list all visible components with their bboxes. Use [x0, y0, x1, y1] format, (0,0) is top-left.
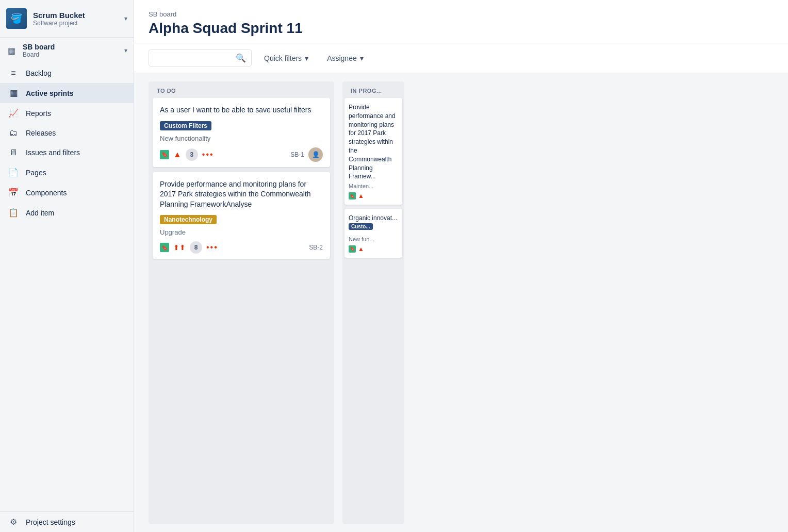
priority-highest-icon: ▲	[173, 150, 182, 159]
page-header: SB board Alpha Squad Sprint 11	[134, 0, 788, 43]
backlog-label: Backlog	[26, 69, 52, 77]
project-info: Scrum Bucket Software project	[33, 11, 118, 27]
add-item-icon: 📋	[8, 208, 19, 218]
sidebar-item-backlog[interactable]: ≡ Backlog	[0, 63, 134, 83]
issue-key-sb2: SB-2	[309, 244, 323, 251]
active-sprints-icon: ▦	[8, 88, 19, 98]
pages-icon: 📄	[8, 168, 19, 177]
search-box[interactable]: 🔍	[149, 49, 252, 66]
sidebar-board-item[interactable]: ▦ SB board Board ▾	[0, 37, 134, 63]
project-header[interactable]: 🪣 Scrum Bucket Software project ▾	[0, 0, 134, 37]
bookmark-icon-p1: 🔖	[349, 192, 356, 200]
partial-card-1[interactable]: Provide performance and monitoring plans…	[344, 98, 402, 205]
partial-card-2-tag: Custo...	[349, 223, 373, 230]
partial-card-2-icons: 🔖 ▲	[349, 245, 398, 253]
card-sb2-category: Upgrade	[160, 228, 323, 236]
story-points-sb2: 8	[190, 241, 202, 254]
issue-key-sb1: SB-1	[290, 151, 304, 158]
quick-filters-chevron-icon: ▾	[305, 54, 308, 62]
board-area: TO DO As a user I want to be able to sav…	[134, 73, 788, 532]
project-type: Software project	[33, 20, 118, 27]
dots-sb2: •••	[206, 243, 218, 252]
bookmark-icon-p2: 🔖	[349, 245, 356, 253]
card-sb2-footer-right: SB-2	[309, 244, 323, 251]
page-title: Alpha Squad Sprint 11	[149, 20, 774, 37]
board-sub: Board	[23, 51, 118, 58]
card-sb1[interactable]: As a user I want to be able to save usef…	[153, 98, 330, 167]
card-sb2-tag: Nanotechnology	[160, 215, 217, 224]
partial-card-1-title: Provide performance and monitoring plans…	[349, 103, 398, 181]
dots-sb1: •••	[202, 150, 214, 159]
column-in-progress-header: IN PROG...	[342, 81, 404, 98]
sidebar-item-components[interactable]: 📅 Components	[0, 182, 134, 203]
project-name: Scrum Bucket	[33, 11, 118, 20]
sidebar-item-issues-filters[interactable]: 🖥 Issues and filters	[0, 143, 134, 162]
column-todo-cards: As a user I want to be able to save usef…	[149, 98, 334, 263]
board-name: SB board	[23, 43, 118, 51]
settings-icon: ⚙	[8, 517, 19, 527]
issues-icon: 🖥	[8, 148, 19, 157]
sidebar-item-releases[interactable]: 🗂 Releases	[0, 123, 134, 143]
issues-label: Issues and filters	[26, 148, 80, 157]
card-sb1-footer-right: SB-1 👤	[290, 147, 323, 162]
card-sb2[interactable]: Provide performance and monitoring plans…	[153, 172, 330, 259]
story-points-sb1: 3	[186, 148, 198, 161]
board-icon: ▦	[6, 46, 17, 56]
bookmark-icon: 🔖	[160, 150, 169, 159]
partial-card-1-icons: 🔖 ▲	[349, 192, 398, 200]
search-icon: 🔍	[236, 53, 246, 63]
components-label: Components	[26, 189, 67, 197]
releases-icon: 🗂	[8, 128, 19, 138]
reports-icon: 📈	[8, 108, 19, 118]
avatar-sb1: 👤	[308, 147, 323, 162]
partial-card-1-label: Mainten...	[349, 183, 398, 189]
sidebar-item-reports[interactable]: 📈 Reports	[0, 103, 134, 123]
partial-card-2[interactable]: Organic innovat... Custo... New fun... 🔖…	[344, 209, 402, 258]
active-sprints-label: Active sprints	[26, 89, 74, 97]
assignee-button[interactable]: Assignee ▾	[321, 51, 370, 65]
board-label: SB board Board	[23, 43, 118, 58]
add-item-label: Add item	[26, 209, 54, 217]
assignee-label: Assignee	[327, 54, 357, 62]
sidebar-item-active-sprints[interactable]: ▦ Active sprints	[0, 83, 134, 103]
priority-icon-p2: ▲	[358, 245, 364, 253]
backlog-icon: ≡	[8, 69, 19, 78]
column-in-progress: IN PROG... Provide performance and monit…	[342, 81, 404, 524]
quick-filters-label: Quick filters	[264, 54, 302, 62]
components-icon: 📅	[8, 188, 19, 197]
partial-card-2-title: Organic innovat...	[349, 214, 398, 223]
bookmark-icon-sb2: 🔖	[160, 243, 169, 252]
toolbar: 🔍 Quick filters ▾ Assignee ▾	[134, 43, 788, 73]
quick-filters-button[interactable]: Quick filters ▾	[258, 51, 315, 65]
sidebar-footer: ⚙ Project settings	[0, 511, 134, 532]
reports-label: Reports	[26, 109, 51, 118]
project-dropdown-icon[interactable]: ▾	[124, 15, 127, 22]
card-sb1-title: As a user I want to be able to save usef…	[160, 105, 323, 115]
project-settings-label: Project settings	[26, 518, 75, 526]
card-sb1-footer: 🔖 ▲ 3 ••• SB-1 👤	[160, 147, 323, 162]
assignee-chevron-icon: ▾	[360, 54, 364, 62]
priority-high-icon-sb2: ⬆⬆	[173, 243, 186, 252]
board-dropdown-icon[interactable]: ▾	[124, 47, 127, 54]
main-content: SB board Alpha Squad Sprint 11 🔍 Quick f…	[134, 0, 788, 532]
priority-icon-p1: ▲	[358, 192, 364, 200]
card-sb2-title: Provide performance and monitoring plans…	[160, 179, 323, 210]
sidebar: 🪣 Scrum Bucket Software project ▾ ▦ SB b…	[0, 0, 134, 532]
column-todo-header: TO DO	[149, 81, 334, 98]
card-sb1-tag: Custom Filters	[160, 121, 211, 130]
releases-label: Releases	[26, 129, 56, 137]
breadcrumb: SB board	[149, 10, 774, 18]
sidebar-item-project-settings[interactable]: ⚙ Project settings	[0, 512, 134, 532]
column-todo: TO DO As a user I want to be able to sav…	[149, 81, 334, 524]
card-sb2-footer: 🔖 ⬆⬆ 8 ••• SB-2	[160, 241, 323, 254]
sidebar-item-add-item[interactable]: 📋 Add item	[0, 203, 134, 223]
sidebar-item-pages[interactable]: 📄 Pages	[0, 162, 134, 182]
partial-card-2-label: New fun...	[349, 236, 398, 242]
pages-label: Pages	[26, 169, 46, 177]
project-avatar: 🪣	[6, 8, 27, 29]
card-sb1-category: New functionality	[160, 135, 323, 142]
search-input[interactable]	[154, 54, 232, 62]
